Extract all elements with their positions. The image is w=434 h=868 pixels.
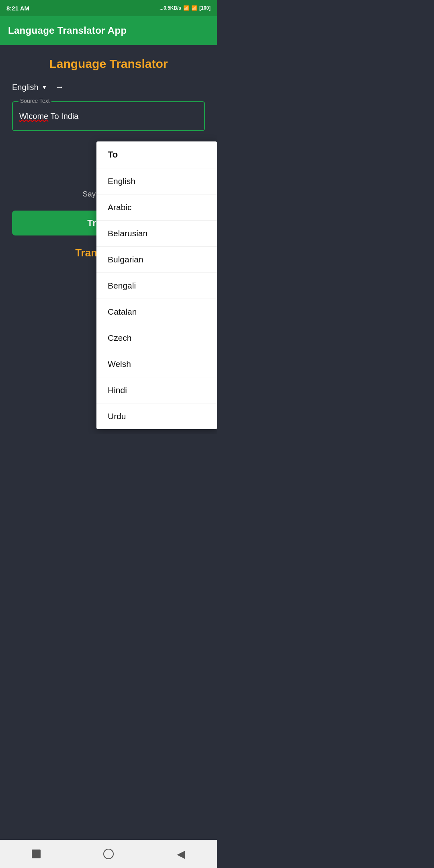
language-selector-row: English ▼ → (12, 82, 205, 92)
source-text-label: Source Text (18, 98, 51, 104)
direction-arrow-icon: → (55, 82, 64, 92)
from-language-selector[interactable]: English ▼ (12, 83, 47, 92)
from-language-label: English (12, 83, 39, 92)
status-time: 8:21 AM (6, 5, 29, 12)
status-icons: ...0.5KB/s 📶 📶 [100] (160, 5, 211, 11)
bluetooth-icon: 📶 (183, 5, 189, 11)
dropdown-item-bengali[interactable]: Bengali (96, 273, 217, 299)
misspelled-word: Wlcome (19, 112, 48, 121)
dropdown-item-belarusian[interactable]: Belarusian (96, 221, 217, 247)
dropdown-item-czech[interactable]: Czech (96, 325, 217, 351)
dropdown-header: To (96, 141, 217, 168)
network-speed: ...0.5KB/s (160, 5, 181, 11)
app-title: Language Translator App (8, 25, 127, 36)
status-bar: 8:21 AM ...0.5KB/s 📶 📶 [100] (0, 0, 217, 16)
from-language-dropdown-arrow: ▼ (42, 84, 47, 90)
dropdown-item-english[interactable]: English (96, 168, 217, 194)
dropdown-item-urdu[interactable]: Urdu (96, 403, 217, 429)
battery-icon: [100] (199, 5, 211, 11)
dropdown-item-arabic[interactable]: Arabic (96, 194, 217, 221)
dropdown-item-welsh[interactable]: Welsh (96, 351, 217, 377)
source-text-rest: To India (50, 112, 78, 121)
app-bar: Language Translator App (0, 16, 217, 45)
source-text-value: Wlcome To India (19, 110, 198, 122)
dropdown-item-hindi[interactable]: Hindi (96, 377, 217, 403)
main-content: Language Translator English ▼ → Source T… (0, 45, 217, 259)
page-title: Language Translator (12, 57, 205, 71)
dropdown-item-catalan[interactable]: Catalan (96, 299, 217, 325)
dropdown-item-bulgarian[interactable]: Bulgarian (96, 247, 217, 273)
language-dropdown: To English Arabic Belarusian Bulgarian B… (96, 141, 217, 429)
wifi-icon: 📶 (191, 5, 197, 11)
source-text-container: Source Text Wlcome To India (12, 101, 205, 131)
